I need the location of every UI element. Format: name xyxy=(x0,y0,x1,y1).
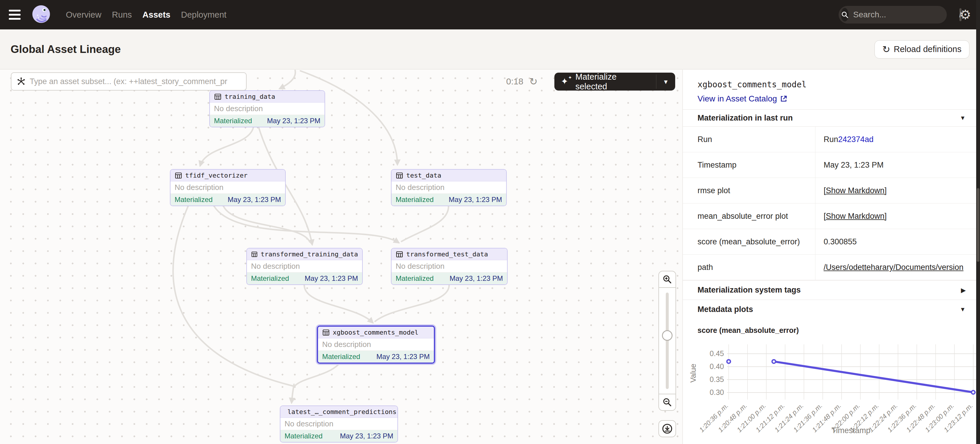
asset-timestamp[interactable]: May 23, 1:23 PM xyxy=(340,432,393,440)
svg-text:Timestamp: Timestamp xyxy=(832,426,871,435)
svg-text:0.30: 0.30 xyxy=(710,388,724,396)
table-row-run: Run Run 242374ad xyxy=(683,127,976,152)
sparkle-icon: ✦ ✦ xyxy=(561,76,571,87)
asset-timestamp[interactable]: May 23, 1:23 PM xyxy=(377,353,430,361)
asset-node-tfidf-vectorizer[interactable]: tfidf_vectorizer No description Material… xyxy=(170,169,286,206)
asset-status: Materialized xyxy=(285,432,323,440)
table-icon xyxy=(396,250,403,258)
chevron-down-icon: ▼ xyxy=(960,306,966,313)
external-link-icon xyxy=(780,95,788,103)
asset-node-latest-comment-predictions[interactable]: latest_…_comment_predictions No descript… xyxy=(280,406,398,442)
nav-item-runs[interactable]: Runs xyxy=(112,10,132,20)
section-materialization-system-tags[interactable]: Materialization system tags ▶ xyxy=(683,280,976,300)
asset-node-transformed-training-data[interactable]: transformed_training_data No description… xyxy=(246,248,363,285)
zoom-controls xyxy=(659,271,676,411)
section-metadata-plots[interactable]: Metadata plots ▼ xyxy=(683,300,976,319)
top-nav: Overview Runs Assets Deployment / ⚙ xyxy=(0,0,980,29)
nav-item-deployment[interactable]: Deployment xyxy=(181,10,227,20)
timestamp-value: May 23, 1:23 PM xyxy=(815,152,976,178)
asset-filter-box[interactable] xyxy=(11,72,247,91)
row-label: Timestamp xyxy=(683,161,815,170)
show-markdown-link[interactable]: [Show Markdown] xyxy=(824,186,887,195)
nav-item-overview[interactable]: Overview xyxy=(66,10,102,20)
asset-timestamp[interactable]: May 23, 1:23 PM xyxy=(450,274,503,283)
dagster-logo-icon[interactable] xyxy=(30,4,52,25)
asset-node-test-data[interactable]: test_data No description MaterializedMay… xyxy=(391,169,507,206)
global-search[interactable]: / xyxy=(838,6,947,24)
table-row-score: score (mean_absolute_error) 0.300855 xyxy=(683,229,976,255)
materialize-selected-button[interactable]: ✦ ✦ Materialize selected ▾ xyxy=(554,73,675,91)
asset-subset-input[interactable] xyxy=(30,77,241,86)
asset-status: Materialized xyxy=(322,353,360,361)
asset-description: No description xyxy=(391,181,506,194)
path-link[interactable]: /Users/odetteharary/Documents/version xyxy=(824,263,964,272)
asset-timestamp[interactable]: May 23, 1:23 PM xyxy=(267,117,320,125)
main-nav: Overview Runs Assets Deployment xyxy=(66,10,226,20)
hamburger-menu-icon[interactable] xyxy=(9,8,25,21)
table-icon xyxy=(214,93,222,100)
reload-definitions-button[interactable]: ↻ Reload definitions xyxy=(875,40,969,59)
scrollbar-thumb[interactable] xyxy=(977,188,979,262)
asset-description: No description xyxy=(247,260,362,272)
svg-text:0.35: 0.35 xyxy=(710,375,724,384)
zoom-out-button[interactable] xyxy=(659,394,676,410)
asset-name: training_data xyxy=(224,93,275,100)
chevron-down-icon: ▼ xyxy=(960,115,966,121)
asset-name: test_data xyxy=(406,172,441,179)
page-title: Global Asset Lineage xyxy=(11,43,121,56)
download-graph-button[interactable] xyxy=(659,420,676,437)
refresh-timer: 0:18 xyxy=(506,76,523,86)
asset-status: Materialized xyxy=(214,117,252,125)
show-markdown-link[interactable]: [Show Markdown] xyxy=(824,212,887,221)
refresh-graph-icon[interactable]: ↻ xyxy=(529,76,538,86)
download-icon xyxy=(662,423,673,434)
asset-status: Materialized xyxy=(251,274,289,283)
page-scrollbar[interactable] xyxy=(976,0,980,444)
asset-status: Materialized xyxy=(175,196,213,204)
asset-description: No description xyxy=(210,103,325,115)
asset-node-training-data[interactable]: training_data No description Materialize… xyxy=(209,90,325,127)
asset-description: No description xyxy=(170,181,285,194)
asset-description: No description xyxy=(391,260,507,272)
zoom-slider-track[interactable] xyxy=(666,293,669,389)
table-row-mae-plot: mean_absolute_error plot [Show Markdown] xyxy=(683,204,976,229)
asset-node-xgboost-comments-model[interactable]: xgboost_comments_model No description Ma… xyxy=(317,326,435,364)
asset-description: No description xyxy=(318,339,434,351)
nav-item-assets[interactable]: Assets xyxy=(143,10,170,20)
asset-details-panel: xgboost_comments_model View in Asset Cat… xyxy=(682,70,976,444)
zoom-slider-knob[interactable] xyxy=(662,330,673,341)
asset-timestamp[interactable]: May 23, 1:23 PM xyxy=(305,274,358,283)
asset-timestamp[interactable]: May 23, 1:23 PM xyxy=(228,196,281,204)
materialize-options-dropdown[interactable]: ▾ xyxy=(656,73,675,91)
zoom-slider[interactable] xyxy=(659,288,676,394)
svg-text:Value: Value xyxy=(689,364,697,383)
refresh-icon: ↻ xyxy=(882,45,890,54)
row-label: path xyxy=(683,263,815,272)
asset-node-transformed-test-data[interactable]: transformed_test_data No description Mat… xyxy=(391,248,508,285)
asset-name: latest_…_comment_predictions xyxy=(288,408,396,415)
materialize-selected-label: Materialize selected xyxy=(575,72,650,91)
gear-icon[interactable]: ⚙ xyxy=(960,8,971,21)
score-line-chart: 1:20:36 p.m.1:20:48 p.m.1:21:00 p.m.1:21… xyxy=(683,334,976,440)
asset-status: Materialized xyxy=(396,196,434,204)
panel-asset-title: xgboost_comments_model xyxy=(697,80,976,89)
search-input[interactable] xyxy=(853,10,959,19)
row-label: mean_absolute_error plot xyxy=(683,212,815,221)
page-header: Global Asset Lineage ↻ Reload definition… xyxy=(0,29,980,69)
chevron-right-icon: ▶ xyxy=(961,287,966,294)
asset-lineage-graph[interactable]: training_data No description Materialize… xyxy=(0,70,682,444)
asset-status: Materialized xyxy=(396,274,434,283)
row-label: rmse plot xyxy=(683,186,815,195)
asset-graph-icon xyxy=(17,77,25,86)
section-materialization-last-run[interactable]: Materialization in last run ▼ xyxy=(683,109,976,126)
asset-timestamp[interactable]: May 23, 1:23 PM xyxy=(449,196,502,204)
run-id-link[interactable]: 242374ad xyxy=(838,135,873,144)
zoom-in-button[interactable] xyxy=(659,271,676,288)
table-icon xyxy=(322,329,330,336)
view-in-asset-catalog-link[interactable]: View in Asset Catalog xyxy=(697,94,788,103)
row-label: Run xyxy=(683,135,815,144)
table-icon xyxy=(175,172,182,179)
asset-name: transformed_training_data xyxy=(261,250,358,258)
table-row-timestamp: Timestamp May 23, 1:23 PM xyxy=(683,152,976,178)
materialization-metadata-table: Run Run 242374ad Timestamp May 23, 1:23 … xyxy=(683,126,976,280)
